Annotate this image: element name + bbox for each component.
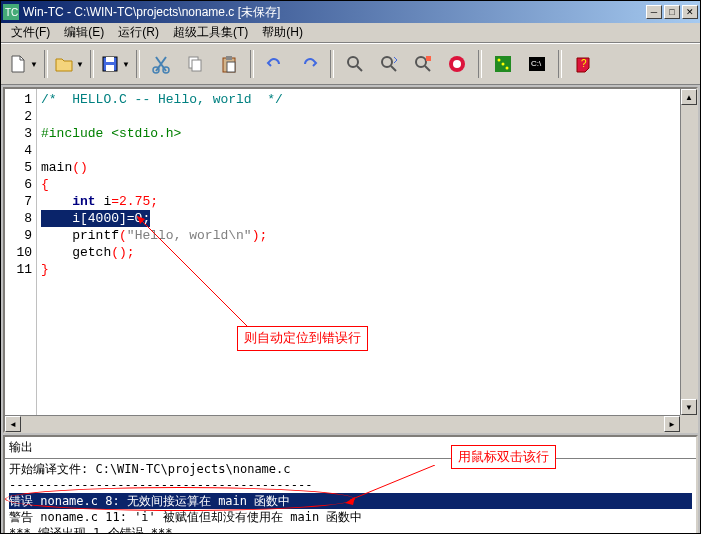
vertical-scrollbar[interactable]: ▲ ▼	[680, 89, 696, 431]
svg-point-13	[382, 57, 392, 67]
svg-rect-4	[106, 65, 114, 71]
scroll-down-button[interactable]: ▼	[681, 399, 697, 415]
dropdown-arrow-icon: ▼	[76, 60, 84, 69]
undo-button[interactable]	[259, 48, 291, 80]
menu-tools[interactable]: 超级工具集(T)	[167, 22, 254, 43]
code-number: 2.75	[119, 194, 150, 209]
toolbar-separator	[478, 50, 482, 78]
svg-rect-11	[227, 62, 235, 72]
highlighted-error-line: i[4000]=0;	[41, 210, 150, 227]
code-func: printf	[72, 228, 119, 243]
app-icon: TC	[3, 4, 19, 20]
open-file-button[interactable]: ▼	[53, 48, 85, 80]
svg-text:?: ?	[581, 58, 587, 69]
svg-line-27	[350, 465, 435, 500]
dropdown-arrow-icon: ▼	[30, 60, 38, 69]
annotation-arrow-2	[345, 465, 445, 505]
maximize-button[interactable]: □	[664, 5, 680, 19]
svg-text:TC: TC	[5, 7, 18, 18]
svg-rect-15	[426, 56, 431, 61]
code-content[interactable]: /* HELLO.C -- Hello, world */ #include <…	[37, 89, 680, 431]
output-warning-line[interactable]: 警告 noname.c 11: 'i' 被赋值但却没有使用在 main 函数中	[9, 509, 692, 525]
svg-point-17	[453, 60, 461, 68]
code-keyword: int	[72, 194, 95, 209]
menu-help[interactable]: 帮助(H)	[256, 22, 309, 43]
toolbar-separator	[44, 50, 48, 78]
code-editor[interactable]: 1 2 3 4 5 6 7 8 9 10 11 /* HELLO.C -- He…	[3, 87, 698, 433]
line-number: 11	[5, 261, 32, 278]
window-controls: ─ □ ✕	[646, 5, 698, 19]
svg-point-14	[416, 57, 426, 67]
cut-button[interactable]	[145, 48, 177, 80]
run-button[interactable]	[487, 48, 519, 80]
svg-rect-8	[192, 60, 201, 71]
toolbar-separator	[90, 50, 94, 78]
compile-button[interactable]	[441, 48, 473, 80]
horizontal-scrollbar[interactable]: ◄ ►	[5, 415, 680, 431]
svg-point-12	[348, 57, 358, 67]
line-number: 7	[5, 193, 32, 210]
line-gutter: 1 2 3 4 5 6 7 8 9 10 11	[5, 89, 37, 431]
line-number: 9	[5, 227, 32, 244]
dropdown-arrow-icon: ▼	[122, 60, 130, 69]
svg-point-21	[506, 67, 509, 70]
line-number: 2	[5, 108, 32, 125]
terminal-button[interactable]: C:\	[521, 48, 553, 80]
code-op: ;	[150, 194, 158, 209]
minimize-button[interactable]: ─	[646, 5, 662, 19]
scroll-corner	[680, 415, 696, 431]
replace-button[interactable]	[407, 48, 439, 80]
svg-marker-28	[345, 497, 355, 505]
annotation-arrow	[137, 216, 257, 336]
code-op: =	[111, 194, 119, 209]
copy-button[interactable]	[179, 48, 211, 80]
line-number: 4	[5, 142, 32, 159]
line-number: 3	[5, 125, 32, 142]
find-button[interactable]	[339, 48, 371, 80]
find-next-button[interactable]	[373, 48, 405, 80]
menubar: 文件(F) 编辑(E) 运行(R) 超级工具集(T) 帮助(H)	[1, 23, 700, 43]
menu-run[interactable]: 运行(R)	[112, 22, 165, 43]
toolbar-separator	[250, 50, 254, 78]
output-summary: *** 编译出现 1 个错误 ***	[9, 525, 692, 534]
svg-rect-10	[226, 56, 232, 60]
toolbar-separator	[136, 50, 140, 78]
code-comment: /* HELLO.C -- Hello, world */	[41, 92, 283, 107]
close-button[interactable]: ✕	[682, 5, 698, 19]
help-button[interactable]: ?	[567, 48, 599, 80]
redo-button[interactable]	[293, 48, 325, 80]
scroll-left-button[interactable]: ◄	[5, 416, 21, 432]
annotation-auto-locate: 则自动定位到错误行	[237, 326, 368, 351]
paste-button[interactable]	[213, 48, 245, 80]
svg-line-25	[137, 216, 247, 326]
toolbar-separator	[330, 50, 334, 78]
scroll-up-button[interactable]: ▲	[681, 89, 697, 105]
menu-file[interactable]: 文件(F)	[5, 22, 56, 43]
save-button[interactable]: ▼	[99, 48, 131, 80]
new-file-button[interactable]: ▼	[7, 48, 39, 80]
line-number: 1	[5, 91, 32, 108]
window-title: Win-TC - C:\WIN-TC\projects\noname.c [未保…	[23, 4, 646, 21]
scroll-right-button[interactable]: ►	[664, 416, 680, 432]
code-op: ;	[127, 245, 135, 260]
toolbar: ▼ ▼ ▼ C:\ ?	[1, 43, 700, 85]
code-preproc: #include <stdio.h>	[41, 126, 181, 141]
code-brace: }	[41, 262, 49, 277]
line-number: 6	[5, 176, 32, 193]
svg-point-19	[498, 59, 501, 62]
code-op: ;	[259, 228, 267, 243]
code-op: ()	[111, 245, 127, 260]
svg-text:C:\: C:\	[531, 59, 542, 68]
toolbar-separator	[558, 50, 562, 78]
output-title: 输出	[5, 437, 696, 459]
titlebar: TC Win-TC - C:\WIN-TC\projects\noname.c …	[1, 1, 700, 23]
annotation-double-click: 用鼠标双击该行	[451, 445, 556, 469]
code-func: main	[41, 160, 72, 175]
code-func: getch	[72, 245, 111, 260]
code-op: (	[119, 228, 127, 243]
line-number: 8	[5, 210, 32, 227]
menu-edit[interactable]: 编辑(E)	[58, 22, 110, 43]
line-number: 5	[5, 159, 32, 176]
output-body[interactable]: 开始编译文件: C:\WIN-TC\projects\noname.c ----…	[5, 459, 696, 534]
output-panel: 输出 开始编译文件: C:\WIN-TC\projects\noname.c -…	[3, 435, 698, 534]
